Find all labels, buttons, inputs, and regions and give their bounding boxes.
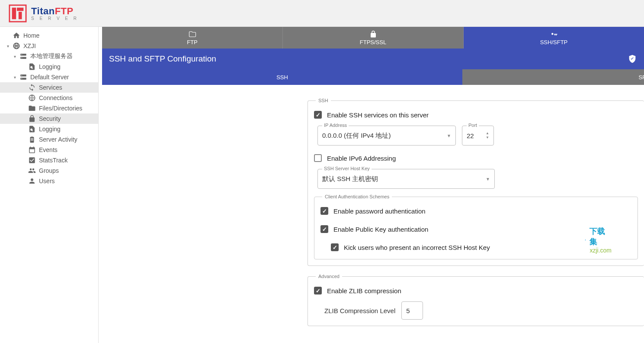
search-doc-icon [28,62,36,71]
kick-users-checkbox[interactable] [331,243,339,251]
pubkey-auth-label: Enable Public Key authentication [333,226,428,233]
watermark: 下载集 xzji.com [585,226,612,254]
content: FTP FTPS/SSL SSH/SFTP SSH and SFTP Confi… [102,27,644,343]
password-auth-checkbox[interactable] [320,207,328,215]
logo: TitanFTP S E R V E R [9,4,79,23]
auth-legend: Client Authentication Schemes [322,194,392,199]
ssh-subtabs: SSH SF [102,69,644,85]
advanced-legend: Advanced [316,274,342,279]
lock-icon [28,114,36,123]
kick-users-label: Kick users who present an incorrect SSH … [344,244,490,251]
tree-home[interactable]: Home [0,30,98,41]
globe-icon [12,42,21,50]
zlib-level-input[interactable]: 5 [401,301,423,320]
watermark-cn: 下载集 [590,226,612,247]
tree-default-server[interactable]: ▾ Default Server [0,72,98,82]
sync-icon [28,83,36,92]
port-value: 22 [467,132,486,139]
svg-rect-3 [19,12,22,19]
svg-rect-1 [12,7,16,19]
tree-admin-logging[interactable]: Logging [0,61,98,72]
svg-point-6 [22,55,22,55]
ip-address-select[interactable]: IP Address 0.0.0.0 (任何 IPv4 地址) ▼ [317,126,456,146]
ip-label: IP Address [322,123,349,128]
group-icon [28,166,36,175]
svg-point-11 [22,78,22,79]
svg-rect-5 [20,57,26,59]
shield-check-icon [628,54,637,64]
hostkey-select[interactable]: SSH Server Host Key 默认 SSH 主机密钥 ▼ [317,169,495,189]
logo-icon [9,4,27,23]
folder-icon [28,104,36,113]
step-up-icon[interactable]: ▲ [486,132,489,135]
search-doc-icon [28,125,36,133]
chevron-down-icon[interactable]: ▾ [10,75,19,80]
port-input[interactable]: Port 22 ▲▼ [462,126,494,146]
tree-logging[interactable]: Logging [0,124,98,134]
chevron-down-icon[interactable]: ▾ [3,44,12,49]
ssh-legend: SSH [316,98,331,103]
tree-stats[interactable]: StatsTrack [0,155,98,165]
key-icon [550,30,558,38]
enable-ssh-label: Enable SSH services on this server [327,111,429,119]
port-stepper[interactable]: ▲▼ [486,132,489,139]
tree-connections[interactable]: Connections [0,93,98,103]
zlib-level-label: ZLIB Compression Level [324,307,395,314]
subtab-ssh[interactable]: SSH [102,69,462,85]
svg-rect-9 [20,78,26,80]
folder-icon [189,30,196,38]
step-down-icon[interactable]: ▼ [486,136,489,139]
ssh-fieldset: SSH Enable SSH services on this server I… [308,98,644,266]
tab-ssh-sftp[interactable]: SSH/SFTP [464,27,644,49]
tree-groups[interactable]: Groups [0,165,98,176]
watermark-en: xzji.com [590,247,612,254]
ip-value: 0.0.0.0 (任何 IPv4 地址) [322,132,447,140]
svg-rect-8 [20,74,26,77]
tab-ftps[interactable]: FTPS/SSL [283,27,464,49]
tree-users[interactable]: Users [0,176,98,186]
svg-rect-4 [20,54,26,56]
hostkey-value: 默认 SSH 主机密钥 [322,175,486,183]
password-auth-label: Enable password authentication [333,207,426,215]
tree-services[interactable]: Services [0,82,98,93]
lock-icon [369,30,377,38]
chevron-down-icon: ▼ [486,177,490,181]
tab-ftp[interactable]: FTP [102,27,283,49]
svg-point-7 [22,58,22,58]
zlib-label: Enable ZLIB compression [327,287,401,294]
clipboard-icon [28,135,36,144]
globe-icon [28,94,36,102]
advanced-fieldset: Advanced Enable ZLIB compression ZLIB Co… [308,274,644,326]
tree-events[interactable]: Events [0,145,98,155]
svg-rect-2 [17,7,23,11]
logo-subtext: S E R V E R [31,16,79,21]
tree-local-admin[interactable]: ▾ 本地管理服务器 [0,51,98,61]
auth-fieldset: Client Authentication Schemes Enable pas… [314,194,638,259]
chevron-down-icon[interactable]: ▾ [10,54,19,59]
config-panel: SSH Enable SSH services on this server I… [102,85,644,343]
home-icon [12,31,21,40]
enable-ssh-checkbox[interactable] [314,111,322,119]
server-icon [19,73,28,81]
logo-text-titan: Titan [31,6,55,16]
calendar-icon [28,146,36,154]
zlib-checkbox[interactable] [314,287,322,294]
config-title: SSH and SFTP Configuration [109,54,216,64]
pubkey-auth-checkbox[interactable] [320,225,328,233]
enable-ipv6-label: Enable IPv6 Addressing [327,155,396,162]
config-titlebar: SSH and SFTP Configuration [102,49,644,69]
tree-files[interactable]: Files/Directories [0,103,98,113]
hostkey-label: SSH Server Host Key [322,166,372,171]
port-label: Port [467,123,479,128]
logo-text-ftp: FTP [55,6,74,16]
tree-domain[interactable]: ▾ XZJI [0,41,98,51]
protocol-tabs: FTP FTPS/SSL SSH/SFTP [102,27,644,49]
zlib-level-value: 5 [406,307,418,314]
enable-ipv6-checkbox[interactable] [314,154,322,162]
topbar: TitanFTP S E R V E R [0,0,644,27]
subtab-sftp[interactable]: SF [462,69,644,85]
svg-point-10 [22,75,22,76]
tree-activity[interactable]: Server Activity [0,134,98,145]
chevron-down-icon: ▼ [447,133,451,138]
tree-security[interactable]: Security [0,113,98,124]
